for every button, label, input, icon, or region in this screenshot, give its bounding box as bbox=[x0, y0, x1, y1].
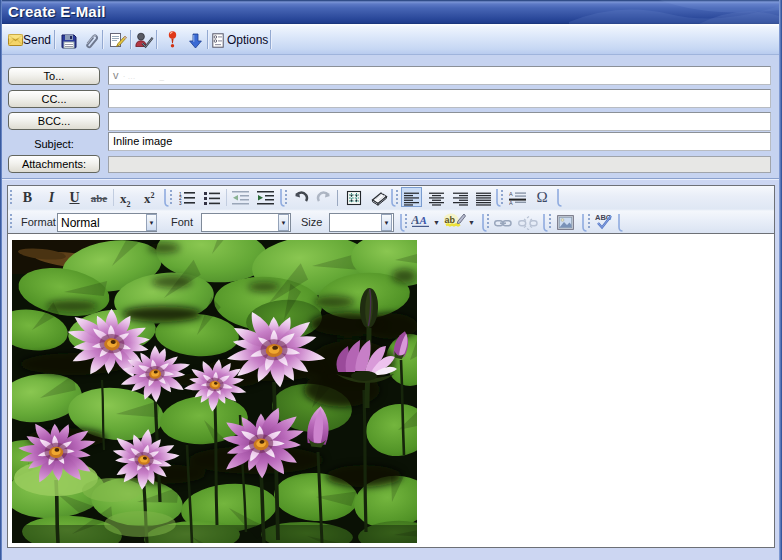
svg-text:A: A bbox=[419, 214, 427, 226]
svg-text:A: A bbox=[509, 191, 513, 197]
svg-text:ab: ab bbox=[445, 215, 456, 225]
svg-text:A: A bbox=[509, 200, 513, 205]
svg-text:3: 3 bbox=[179, 201, 182, 205]
